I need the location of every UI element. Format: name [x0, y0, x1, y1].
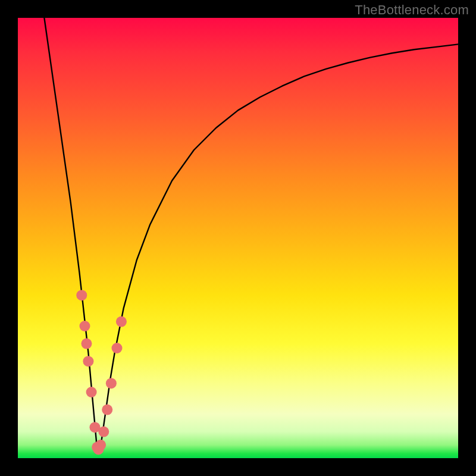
marker-dot — [106, 378, 117, 389]
marker-dot — [112, 343, 123, 353]
marker-dot — [79, 321, 90, 331]
marker-dot — [95, 440, 106, 450]
plot-area — [18, 18, 458, 458]
marker-dot — [116, 317, 127, 327]
marker-dot — [83, 356, 93, 367]
marker-dot — [102, 405, 112, 415]
marker-dot — [76, 290, 87, 300]
chart-frame: TheBottleneck.com — [0, 0, 476, 476]
marker-dot — [81, 339, 92, 349]
marker-dot — [86, 387, 97, 397]
watermark-text: TheBottleneck.com — [355, 2, 469, 18]
curve-layer — [18, 18, 458, 458]
marker-dot — [98, 427, 109, 437]
